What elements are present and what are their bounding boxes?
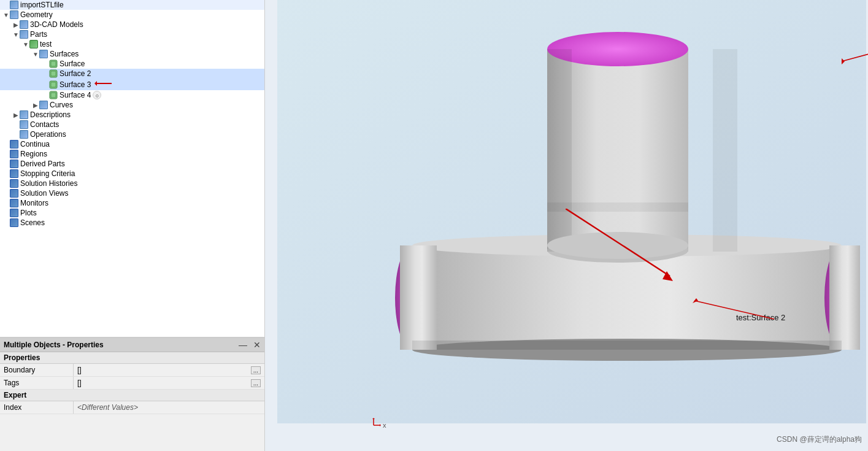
tree-node-surface[interactable]: Surface: [0, 59, 264, 69]
close-button[interactable]: ✕: [253, 340, 261, 350]
folder-icon: [39, 50, 48, 58]
folder-icon: [20, 120, 28, 129]
svg-rect-21: [547, 202, 688, 212]
svg-rect-12: [829, 245, 860, 350]
expand-icon[interactable]: ▼: [22, 41, 29, 48]
surface-icon: [49, 91, 58, 99]
tree-node-test[interactable]: ▼ test: [0, 39, 264, 49]
expand-icon[interactable]: ▶: [12, 21, 20, 28]
expand-icon[interactable]: ▶: [12, 112, 20, 118]
svg-rect-17: [713, 49, 737, 252]
node-label: Surfaces: [50, 50, 79, 58]
expand-icon[interactable]: ▼: [32, 51, 39, 58]
properties-panel: Multiple Objects - Properties — ✕ Proper…: [0, 337, 264, 451]
tree-node-surfaces[interactable]: ▼ Surfaces: [0, 49, 264, 59]
prop-row-boundary: Boundary [] ...: [0, 364, 264, 377]
expand-icon[interactable]: ▼: [12, 31, 20, 38]
tree-node-monitors[interactable]: Monitors: [0, 198, 264, 208]
folder-icon: [10, 160, 18, 168]
node-label: Solution Histories: [20, 179, 77, 188]
node-label: Descriptions: [30, 110, 71, 119]
tree-scroll[interactable]: importSTLfile ▼ Geometry ▶ 3D-CAD Models…: [0, 0, 264, 337]
folder-icon: [10, 150, 18, 158]
prop-value-boundary: [] ...: [74, 364, 264, 376]
tree-node-surface4[interactable]: Surface 4 ○: [0, 90, 264, 100]
tree-node-geometry[interactable]: ▼ Geometry: [0, 10, 264, 20]
prop-value-index: <Different Values>: [74, 401, 264, 414]
properties-header-left: Multiple Objects - Properties: [4, 341, 104, 349]
svg-point-18: [547, 232, 688, 259]
tree-node-derived-parts[interactable]: Derived Parts: [0, 159, 264, 169]
prop-row-tags: Tags [] ...: [0, 377, 264, 390]
prop-label-index: Index: [0, 401, 74, 414]
left-panel: importSTLfile ▼ Geometry ▶ 3D-CAD Models…: [0, 0, 265, 451]
node-label: Plots: [20, 209, 37, 217]
tree-node-operations[interactable]: Operations: [0, 129, 264, 139]
tree-node-solution-histories[interactable]: Solution Histories: [0, 179, 264, 188]
node-label: importSTLfile: [20, 1, 64, 9]
svg-marker-31: [380, 424, 381, 426]
folder-icon: [10, 189, 18, 198]
properties-title: Multiple Objects - Properties: [4, 341, 104, 349]
properties-header: Multiple Objects - Properties — ✕: [0, 338, 264, 352]
folder-icon: [10, 218, 18, 227]
node-label: Curves: [50, 101, 73, 109]
svg-rect-16: [547, 49, 572, 252]
viewport: STAR-CCM+: [265, 0, 868, 451]
minimize-button[interactable]: —: [239, 340, 247, 350]
node-label: Derived Parts: [20, 160, 65, 168]
folder-icon: [20, 130, 28, 139]
svg-marker-33: [372, 418, 375, 419]
tree-node-regions[interactable]: Regions: [0, 149, 264, 159]
tags-value: []: [77, 379, 82, 387]
axis-icon: [366, 418, 381, 433]
tree-node-surface2[interactable]: Surface 2: [0, 69, 264, 79]
folder-icon: [20, 20, 28, 29]
node-label: Monitors: [20, 199, 48, 207]
surface-icon: [49, 69, 58, 78]
arrow-indicator: [94, 79, 113, 90]
folder-icon: [20, 110, 28, 119]
folder-icon: [10, 169, 18, 178]
node-label: Operations: [30, 130, 66, 139]
node-label: Continua: [20, 140, 50, 148]
tree-node-plots[interactable]: Plots: [0, 208, 264, 218]
tree-node-contacts[interactable]: Contacts: [0, 120, 264, 129]
tree-node-continua[interactable]: Continua: [0, 139, 264, 149]
svg-rect-19: [400, 245, 437, 350]
tree-area: importSTLfile ▼ Geometry ▶ 3D-CAD Models…: [0, 0, 264, 337]
expand-icon[interactable]: ▶: [32, 102, 39, 109]
index-value: <Different Values>: [77, 403, 138, 412]
boundary-dots-button[interactable]: ...: [251, 366, 261, 374]
tags-dots-button[interactable]: ...: [251, 379, 261, 387]
tree-node-stopping-criteria[interactable]: Stopping Criteria: [0, 169, 264, 179]
svg-marker-4: [94, 81, 97, 86]
expand-icon[interactable]: ▼: [2, 12, 10, 18]
label-surface2: test:Surface 2: [736, 313, 785, 322]
node-label: Geometry: [20, 10, 53, 19]
prop-row-index: Index <Different Values>: [0, 401, 264, 414]
tree-node-descriptions[interactable]: ▶ Descriptions: [0, 110, 264, 120]
tree-node-surface3[interactable]: Surface 3: [0, 79, 264, 90]
folder-icon: [10, 10, 18, 19]
axis-indicator: x: [366, 418, 386, 433]
boundary-value: []: [77, 366, 82, 374]
node-label: Scenes: [20, 218, 45, 227]
folder-icon: [10, 209, 18, 217]
tree-node-curves[interactable]: ▶ Curves: [0, 100, 264, 110]
tree-node-3dcad[interactable]: ▶ 3D-CAD Models: [0, 20, 264, 29]
folder-icon: [20, 30, 28, 39]
node-label: Surface: [60, 60, 85, 68]
prop-value-tags: [] ...: [74, 377, 264, 389]
tree-node-solution-views[interactable]: Solution Views: [0, 188, 264, 198]
folder-icon: [10, 1, 18, 9]
tree-node-importstlfile[interactable]: importSTLfile: [0, 0, 264, 10]
tree-node-parts[interactable]: ▼ Parts: [0, 29, 264, 39]
axis-x-label: x: [383, 422, 386, 429]
node-label: Stopping Criteria: [20, 169, 75, 178]
tree-node-scenes[interactable]: Scenes: [0, 218, 264, 228]
folder-icon: [10, 140, 18, 148]
prop-section-expert: Expert: [0, 390, 264, 401]
watermark: CSDN @薛定谔的alpha狗: [777, 434, 862, 445]
folder-icon: [10, 199, 18, 207]
